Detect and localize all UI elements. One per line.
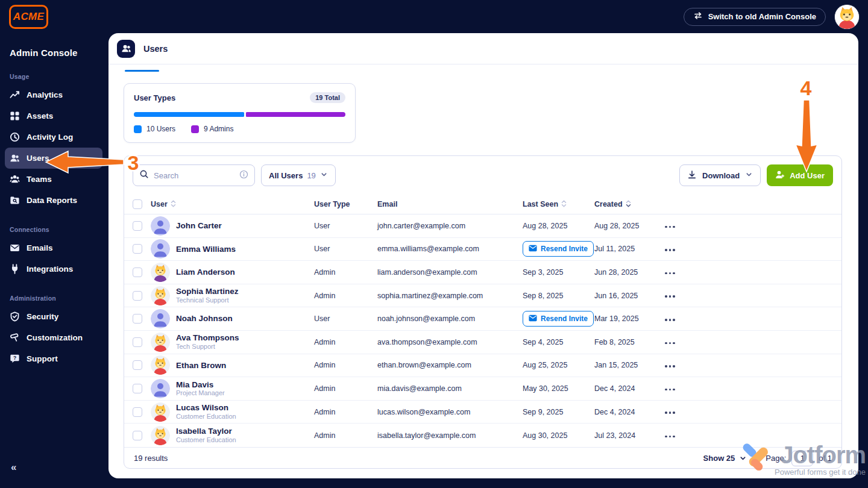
sidebar-item-emails[interactable]: Emails <box>5 237 102 258</box>
user-name: Isabella Taylor <box>176 427 236 436</box>
row-actions-menu[interactable] <box>664 293 676 300</box>
table-row: Mia DavisProject ManagerAdminmia.davis@e… <box>124 377 841 401</box>
last-seen-cell: Resend Invite <box>523 311 594 327</box>
row-checkbox[interactable] <box>133 221 142 231</box>
row-checkbox[interactable] <box>133 360 142 370</box>
row-checkbox[interactable] <box>133 291 142 301</box>
table-row: Sophia MartinezTechnical SupportAdminsop… <box>124 284 841 308</box>
last-seen-value: May 30, 2025 <box>523 384 568 393</box>
row-actions-menu[interactable] <box>664 340 676 347</box>
legend-item: 9 Admins <box>191 125 233 133</box>
page-number-input[interactable]: 1 <box>791 451 813 466</box>
sidebar-item-support[interactable]: ?Support <box>5 348 102 369</box>
user-name: Lucas Wilson <box>176 403 236 413</box>
created-value: Feb 8, 2025 <box>594 338 664 346</box>
sidebar-item-analytics[interactable]: Analytics <box>5 84 102 105</box>
column-header-user[interactable]: User <box>151 199 314 210</box>
table-toolbar: Search All Users 19 Download Add User <box>124 156 841 195</box>
user-avatar <box>151 426 170 445</box>
legend-swatch <box>134 125 142 133</box>
search-placeholder: Search <box>154 171 234 180</box>
filter-label: All Users <box>269 171 303 180</box>
sidebar-item-data-reports[interactable]: Data Reports <box>5 190 102 211</box>
row-actions-menu[interactable] <box>664 270 676 277</box>
user-avatar <box>151 263 170 282</box>
table-row: Noah JohnsonUsernoah.johnson@example.com… <box>124 307 841 331</box>
row-checkbox[interactable] <box>133 337 142 347</box>
last-seen-cell: May 30, 2025 <box>523 384 594 393</box>
sidebar-item-label: Assets <box>27 111 53 120</box>
sidebar-collapse-button[interactable]: « <box>11 461 16 474</box>
email-value: emma.williams@example.com <box>377 245 523 253</box>
teams-icon <box>10 174 20 184</box>
resend-invite-label: Resend Invite <box>541 314 588 323</box>
add-user-button[interactable]: Add User <box>767 164 833 186</box>
column-label: User <box>151 200 168 208</box>
last-seen-cell: Aug 30, 2025 <box>523 431 594 440</box>
info-icon <box>239 170 248 181</box>
select-all-checkbox[interactable] <box>133 199 142 209</box>
user-types-title: User Types <box>134 93 175 102</box>
last-seen-cell: Sep 9, 2025 <box>523 408 594 416</box>
sidebar-item-activity-log[interactable]: Activity Log <box>5 127 102 148</box>
resend-invite-button[interactable]: Resend Invite <box>523 241 594 257</box>
email-value: isabella.taylor@example.com <box>377 431 523 440</box>
sidebar-item-assets[interactable]: Assets <box>5 105 102 127</box>
row-checkbox[interactable] <box>133 314 142 324</box>
column-label: Last Seen <box>523 200 558 208</box>
email-value: liam.anderson@example.com <box>377 268 523 277</box>
table-header-row: UserUser TypeEmailLast SeenCreated <box>124 195 841 214</box>
sidebar-item-label: Data Reports <box>27 196 77 205</box>
page-label: Page: <box>766 454 786 463</box>
row-checkbox[interactable] <box>133 384 142 393</box>
created-value: Jun 16, 2025 <box>594 292 664 300</box>
search-input[interactable]: Search <box>133 164 255 186</box>
email-value: ava.thompson@example.com <box>377 338 523 346</box>
row-actions-menu[interactable] <box>664 433 676 440</box>
last-seen-cell: Sep 8, 2025 <box>523 292 594 300</box>
column-header-last-seen[interactable]: Last Seen <box>523 199 594 210</box>
row-actions-menu[interactable] <box>664 386 676 393</box>
active-tab-indicator <box>125 70 159 72</box>
sidebar-item-teams[interactable]: Teams <box>5 169 102 190</box>
switch-to-old-console-button[interactable]: Switch to old Admin Console <box>684 8 826 26</box>
user-type-value: Admin <box>314 361 377 369</box>
sidebar-item-security[interactable]: Security <box>5 306 102 327</box>
show-per-page-dropdown[interactable]: Show 25 <box>703 454 747 463</box>
user-types-segment <box>134 112 244 117</box>
row-actions-menu[interactable] <box>664 224 676 231</box>
user-type-value: Admin <box>314 408 377 416</box>
last-seen-cell: Aug 28, 2025 <box>523 222 594 230</box>
user-name: Emma Williams <box>176 245 236 254</box>
column-label: User Type <box>314 200 350 208</box>
row-actions-menu[interactable] <box>664 409 676 416</box>
row-checkbox[interactable] <box>133 431 142 440</box>
row-checkbox[interactable] <box>133 407 142 417</box>
row-actions-menu[interactable] <box>664 316 676 324</box>
emails-icon <box>10 243 20 253</box>
acme-logo-text: ACME <box>13 11 44 23</box>
sidebar-item-users[interactable]: Users <box>5 148 102 169</box>
sidebar-item-customization[interactable]: Customization <box>5 327 102 348</box>
sidebar-item-integrations[interactable]: Integrations <box>5 258 102 280</box>
resend-invite-button[interactable]: Resend Invite <box>523 311 594 327</box>
download-icon <box>687 170 697 181</box>
sidebar-item-label: Analytics <box>27 90 63 99</box>
user-type-value: User <box>314 314 377 323</box>
user-type-filter-dropdown[interactable]: All Users 19 <box>261 164 336 186</box>
row-actions-menu[interactable] <box>664 246 676 254</box>
user-types-segment <box>246 112 345 117</box>
topbar: Switch to old Admin Console <box>108 0 868 33</box>
analytics-icon <box>10 90 20 100</box>
user-name: Sophia Martinez <box>176 287 239 296</box>
account-avatar[interactable] <box>835 5 859 29</box>
row-actions-menu[interactable] <box>664 363 676 370</box>
last-seen-value: Sep 3, 2025 <box>523 268 563 277</box>
table-footer: 19 results Show 25 Page: 1 of 1 <box>124 447 841 469</box>
column-header-created[interactable]: Created <box>594 199 664 210</box>
row-checkbox[interactable] <box>133 244 142 254</box>
download-button[interactable]: Download <box>679 164 761 186</box>
row-checkbox[interactable] <box>133 267 142 277</box>
user-avatar <box>151 216 170 236</box>
legend-item: 10 Users <box>134 125 175 133</box>
